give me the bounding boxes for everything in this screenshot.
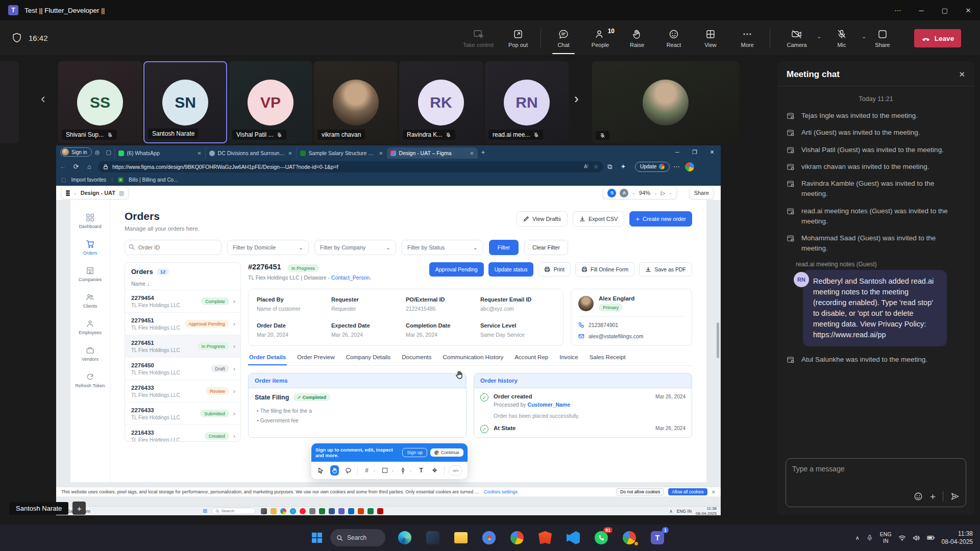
read-aloud-icon[interactable]: A⁾ [584,164,589,169]
tab-order-details[interactable]: Order Details [248,354,287,365]
pen-tool-icon[interactable] [399,465,408,475]
shared-search-box[interactable]: Search [212,508,256,514]
order-id-input[interactable] [125,240,222,255]
camera-button[interactable]: ⌄ Camera [774,20,819,56]
resources-tool-icon[interactable]: ❖ [430,465,439,475]
shape-tool-icon[interactable] [380,465,389,475]
edge-icon[interactable] [290,508,296,514]
chat-close-icon[interactable]: ✕ [959,70,965,79]
favorite-star-icon[interactable]: ☆ [594,164,598,169]
browser-restore-icon[interactable]: ❐ [686,146,703,158]
frame-tool-icon[interactable]: # [362,465,372,475]
tab-close-icon[interactable]: ✕ [197,151,201,156]
sidebar-item-orders[interactable]: Orders [83,240,97,256]
teams-icon[interactable] [338,508,345,514]
filter-button[interactable]: Filter [489,240,519,255]
mic-button[interactable]: ⌄ Mic [819,20,864,56]
home-icon[interactable]: ⌂ [83,163,96,170]
teams-icon[interactable]: T 1 [649,529,666,546]
sidebar-item-employees[interactable]: Employees [79,319,102,335]
customer-name-link[interactable]: Customer_Name [528,402,570,408]
cookie-settings-link[interactable]: Cookies settings [484,489,518,494]
participant-tile[interactable]: VP Vishal Patil ... [229,61,312,143]
chevron-right-icon[interactable]: › [233,410,235,417]
approval-pending-button[interactable]: Approval Pending [429,262,484,277]
browser-minimize-icon[interactable]: ─ [669,146,686,158]
language-indicator[interactable]: ENGIN [880,531,892,544]
tab-close-icon[interactable]: ✕ [379,151,383,156]
browser-update-button[interactable]: Update [635,162,670,172]
sidebar-item-vendors[interactable]: Vendors [82,346,99,362]
opera-icon[interactable] [300,508,306,514]
update-status-button[interactable]: Update status [488,262,534,277]
page-scrollbar[interactable] [717,322,719,358]
app-icon[interactable] [261,508,267,514]
order-list-row-selected[interactable]: 2276451TL Flex Holdings LLC In Progress› [125,335,240,358]
order-list-row[interactable]: 2276433TL Flex Holdings LLC Submitted› [125,403,240,425]
fill-online-form-button[interactable]: Fill Online Form [575,262,634,277]
more-button[interactable]: More [729,20,766,56]
tab-communication-history[interactable]: Communication History [442,354,504,365]
save-as-pdf-button[interactable]: Save as PDF [639,262,692,277]
chevron-right-icon[interactable]: › [233,365,235,372]
shared-taskbar-icons[interactable] [261,508,387,514]
excel-icon[interactable] [368,508,374,514]
lasso-tool-icon[interactable] [344,465,353,475]
volume-icon[interactable] [913,535,920,541]
maximize-icon[interactable]: ▢ [933,0,957,20]
sidebar-item-companies[interactable]: Companies [79,266,102,282]
tab-documents[interactable]: Documents [401,354,432,365]
zoom-level[interactable]: 94% [639,190,650,196]
app-icon[interactable] [358,508,364,514]
browser-signin-button[interactable]: Sign in [60,147,92,157]
contact-phone-row[interactable]: 2123874901 [578,322,684,328]
browser-profile-avatar[interactable] [685,162,694,171]
order-list-row[interactable]: 2276450TL Flex Holdings LLC Draft› [125,358,240,380]
export-csv-button[interactable]: Export CSV [573,211,624,227]
view-button[interactable]: View [692,20,729,56]
excel-icon[interactable] [319,508,325,514]
filmstrip-next-icon[interactable]: › [574,91,579,107]
battery-icon[interactable] [927,535,935,541]
cookie-close-icon[interactable]: ✕ [712,489,716,495]
order-list-row[interactable]: 2279454TL Flex Holdings LLC Complete› [125,290,240,313]
tab-sales-receipt[interactable]: Sales Receipt [589,354,627,365]
participant-tile[interactable]: SS Shivani Sup... [58,61,142,143]
tray-chevron-icon[interactable]: ∧ [855,535,860,541]
collaborator-avatar[interactable]: S [607,189,616,197]
word-icon[interactable] [329,508,335,514]
acrobat-icon[interactable] [377,508,383,514]
participant-tile[interactable]: RK Ravindra K... [399,61,483,143]
order-list-row[interactable]: 2279451TL Flex Holdings LLC Approval Pen… [125,313,240,335]
participant-tile-speaking[interactable]: SN Santosh Narate [143,61,227,143]
text-tool-icon[interactable]: T [416,465,426,475]
participant-tile[interactable]: vikram chavan [314,61,398,143]
participant-tile[interactable]: RN read.ai mee... [485,61,569,143]
browser-more-icon[interactable]: ⋯ [670,163,683,170]
chrome-icon[interactable] [480,529,498,546]
figma-menu-icon[interactable] [66,190,70,196]
people-button[interactable]: 10 People [582,20,619,56]
pop-out-button[interactable]: Pop out [500,20,536,56]
sidebar-item-clients[interactable]: Clients [83,293,97,309]
react-button[interactable]: React [655,20,692,56]
chat-button[interactable]: Chat [545,20,582,56]
allow-cookies-button[interactable]: Allow all cookies [668,488,707,495]
folder-icon[interactable] [271,508,277,514]
view-drafts-button[interactable]: View Drafts [517,211,568,227]
participant-tile[interactable] [592,61,739,143]
sidebar-item-dashboard[interactable]: Dashboard [79,213,101,229]
send-icon[interactable] [950,492,960,501]
order-list-row[interactable]: 2216433TL Flex Holdings LLC Created› [125,425,240,442]
new-tab-icon[interactable]: + [478,148,489,156]
start-button-icon[interactable] [311,532,323,544]
chevron-right-icon[interactable]: › [233,387,235,395]
share-button[interactable]: Share [864,20,901,56]
chevron-right-icon[interactable]: › [233,342,235,350]
dev-mode-toggle[interactable]: </> [449,465,462,475]
start-icon[interactable]: ⊞ [203,508,207,514]
browser-tab[interactable]: DC Divisions and Surroundings✕ [205,147,296,159]
filter-company-select[interactable]: Filter by Company⌄ [314,240,396,255]
order-list-row[interactable]: 2276433TL Flex Holdings LLC Review› [125,380,240,403]
name-column-header[interactable]: Name ↓ [125,278,240,290]
